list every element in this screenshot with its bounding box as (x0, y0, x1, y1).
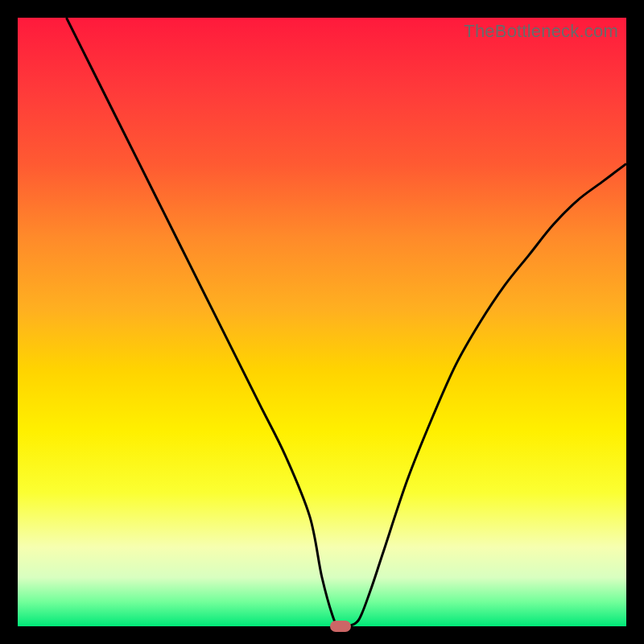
chart-svg (18, 18, 626, 626)
watermark-text: TheBottleneck.com (464, 21, 618, 42)
plot-area: TheBottleneck.com (18, 18, 626, 626)
bottleneck-curve (66, 18, 626, 626)
chart-frame: TheBottleneck.com (0, 0, 644, 644)
optimal-point-marker (330, 621, 351, 632)
